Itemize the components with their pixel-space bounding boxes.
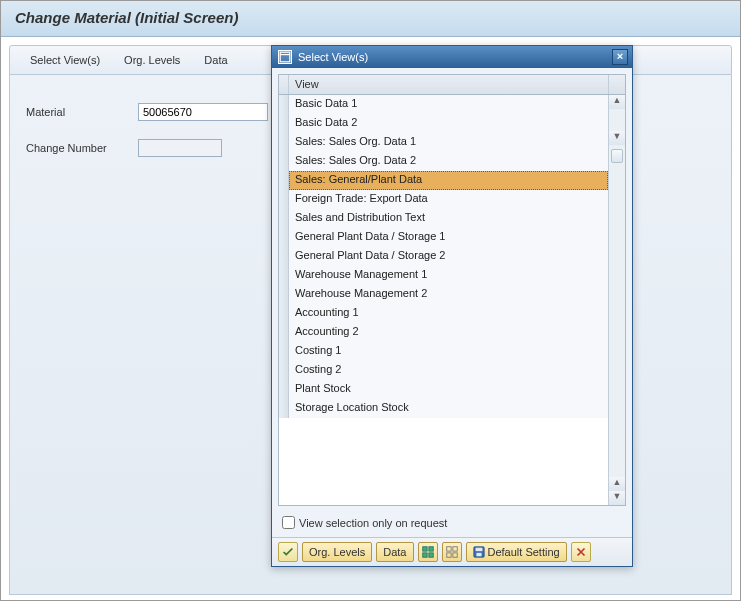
row-marker[interactable] [279,247,289,266]
titlebar: Change Material (Initial Screen) [1,1,740,37]
view-row[interactable]: Accounting 2 [279,323,625,342]
row-marker[interactable] [279,133,289,152]
row-marker[interactable] [279,285,289,304]
menu-org-levels[interactable]: Org. Levels [112,50,192,70]
view-cell[interactable]: Sales: Sales Org. Data 2 [289,152,608,171]
view-cell[interactable]: Basic Data 1 [289,95,608,114]
view-row[interactable]: Plant Stock [279,380,625,399]
select-all-button[interactable] [418,542,438,562]
view-row[interactable]: Foreign Trade: Export Data [279,190,625,209]
row-marker[interactable] [279,209,289,228]
default-setting-label: Default Setting [488,546,560,558]
scroll-down2-icon[interactable]: ▼ [609,491,625,505]
select-all-icon [421,545,435,559]
view-cell[interactable]: General Plant Data / Storage 1 [289,228,608,247]
dialog-titlebar: Select View(s) × [272,46,632,68]
scroll-header [608,75,625,94]
row-marker[interactable] [279,380,289,399]
view-cell[interactable]: Sales and Distribution Text [289,209,608,228]
row-marker[interactable] [279,114,289,133]
cancel-icon [574,545,588,559]
view-cell[interactable]: Sales: General/Plant Data [289,171,608,190]
svg-rect-0 [280,52,290,62]
view-cell[interactable]: General Plant Data / Storage 2 [289,247,608,266]
view-row[interactable]: Costing 2 [279,361,625,380]
view-cell[interactable]: Accounting 1 [289,304,608,323]
scroll-up2-icon[interactable]: ▲ [609,477,625,491]
row-marker[interactable] [279,228,289,247]
svg-rect-11 [475,548,482,551]
grid-header: View [279,75,625,95]
select-views-dialog: Select View(s) × View Basic Data 1Basic … [271,45,633,567]
dialog-body: View Basic Data 1Basic Data 2Sales: Sale… [272,68,632,537]
view-row[interactable]: General Plant Data / Storage 1 [279,228,625,247]
dialog-icon [278,50,292,64]
change-number-label: Change Number [26,142,138,154]
check-icon [281,545,295,559]
default-setting-button[interactable]: Default Setting [466,542,567,562]
scroll-down-icon[interactable]: ▼ [609,131,625,145]
row-marker[interactable] [279,399,289,418]
view-cell[interactable]: Costing 2 [289,361,608,380]
row-marker[interactable] [279,323,289,342]
view-selection-checkbox[interactable] [282,516,295,529]
svg-rect-9 [452,553,456,557]
view-cell[interactable]: Accounting 2 [289,323,608,342]
grid-marker-header [279,75,289,94]
view-row[interactable]: Basic Data 1 [279,95,625,114]
menu-select-views[interactable]: Select View(s) [18,50,112,70]
view-row[interactable]: Basic Data 2 [279,114,625,133]
row-marker[interactable] [279,171,289,190]
row-marker[interactable] [279,95,289,114]
view-cell[interactable]: Foreign Trade: Export Data [289,190,608,209]
views-grid: View Basic Data 1Basic Data 2Sales: Sale… [278,74,626,506]
scrollbar[interactable]: ▲ ▼ ▲ ▼ [608,95,625,505]
svg-rect-2 [422,547,426,551]
view-cell[interactable]: Sales: Sales Org. Data 1 [289,133,608,152]
change-number-input[interactable] [138,139,222,157]
view-cell[interactable]: Warehouse Management 2 [289,285,608,304]
row-marker[interactable] [279,361,289,380]
view-cell[interactable]: Storage Location Stock [289,399,608,418]
scroll-thumb[interactable] [611,149,623,163]
view-cell[interactable]: Basic Data 2 [289,114,608,133]
ok-button[interactable] [278,542,298,562]
row-marker[interactable] [279,152,289,171]
view-row[interactable]: Sales: Sales Org. Data 2 [279,152,625,171]
close-icon[interactable]: × [612,49,628,65]
deselect-all-button[interactable] [442,542,462,562]
svg-rect-12 [476,553,481,556]
svg-rect-8 [446,553,450,557]
row-marker[interactable] [279,304,289,323]
view-cell[interactable]: Warehouse Management 1 [289,266,608,285]
data-button[interactable]: Data [376,542,413,562]
svg-rect-7 [452,547,456,551]
view-row[interactable]: Sales: General/Plant Data [279,171,625,190]
view-row[interactable]: Warehouse Management 1 [279,266,625,285]
material-input[interactable] [138,103,268,121]
dialog-footer: Org. Levels Data Default Setting [272,537,632,566]
view-row[interactable]: Accounting 1 [279,304,625,323]
view-row[interactable]: Costing 1 [279,342,625,361]
view-row[interactable]: Sales and Distribution Text [279,209,625,228]
view-row[interactable]: General Plant Data / Storage 2 [279,247,625,266]
menu-data[interactable]: Data [192,50,239,70]
cancel-button[interactable] [571,542,591,562]
view-cell[interactable]: Plant Stock [289,380,608,399]
svg-rect-4 [422,553,426,557]
org-levels-button[interactable]: Org. Levels [302,542,372,562]
view-row[interactable]: Warehouse Management 2 [279,285,625,304]
view-cell[interactable]: Costing 1 [289,342,608,361]
save-icon [473,546,485,558]
view-row[interactable]: Storage Location Stock [279,399,625,418]
row-marker[interactable] [279,342,289,361]
row-marker[interactable] [279,266,289,285]
dialog-title: Select View(s) [298,51,612,63]
grid-column-header-view[interactable]: View [289,75,608,94]
row-marker[interactable] [279,190,289,209]
svg-rect-3 [428,547,432,551]
scroll-up-icon[interactable]: ▲ [609,95,625,109]
view-row[interactable]: Sales: Sales Org. Data 1 [279,133,625,152]
view-selection-checkbox-row[interactable]: View selection only on request [282,516,622,529]
page-title: Change Material (Initial Screen) [15,9,726,26]
